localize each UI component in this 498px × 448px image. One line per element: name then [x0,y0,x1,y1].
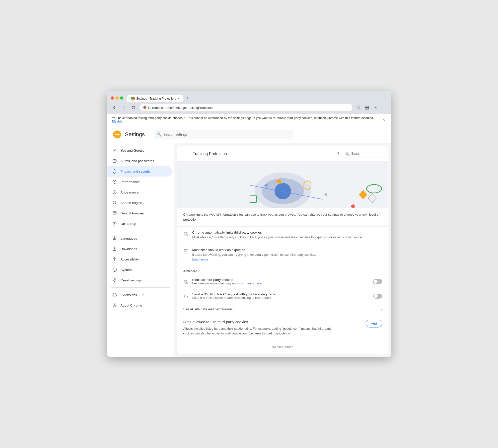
learn-more-link-1[interactable]: Learn more [192,258,208,261]
globe-icon [112,236,117,241]
svg-rect-3 [367,106,368,107]
eye-off-icon-1 [183,231,189,237]
sidebar-item-search-engine[interactable]: Search engine [107,197,172,208]
maximize-window-button[interactable] [120,96,123,100]
settings-logo [113,130,121,138]
close-window-button[interactable] [111,96,114,100]
feature-desc-auto-limit: Most sites can't use third-party cookies… [192,235,382,240]
sidebar-item-languages[interactable]: Languages [107,233,172,244]
panel-search-icon: 🔍 [345,152,350,156]
sidebar-item-autofill[interactable]: Autofill and passwords [107,156,172,166]
sidebar-item-about[interactable]: About Chrome [107,300,172,311]
see-all-label: See all site data and permissions [183,307,233,311]
settings-header: Settings 🔍 [107,126,391,143]
title-bar: Settings - Tracking Protectio... × + ˅ [107,91,391,102]
disable-link[interactable]: Disable [112,120,123,123]
reload-button[interactable] [130,104,137,111]
tab-title: Settings - Tracking Protectio... [136,97,176,100]
toggle-desc-block-all: Features on some sites may not work. Lea… [192,282,370,285]
address-bar[interactable]: Chrome chrome://settings/trackingProtect… [139,104,353,111]
feature-text-auto-limit: Chrome automatically limits third-party … [192,231,382,240]
banner-close-button[interactable]: × [382,118,386,122]
chrome-logo-icon [143,106,147,110]
panel-help-button[interactable]: ? [336,150,340,157]
sidebar-item-reset[interactable]: Reset settings [107,275,172,285]
new-tab-button[interactable]: + [184,94,191,102]
back-button[interactable] [111,104,118,111]
appearance-icon [112,190,117,195]
toggle-text-do-not-track: Send a "Do Not Track" request with your … [192,292,370,300]
sidebar-item-you-and-google[interactable]: You and Google [107,145,172,156]
sidebar-item-privacy[interactable]: Privacy and security [107,166,172,177]
settings-search-area: 🔍 [154,130,293,139]
default-browser-icon [112,211,117,216]
learn-more-link-2[interactable]: Learn more [246,282,262,285]
banner-text: You have enabled testing third-party coo… [112,116,380,123]
toggle-block-all[interactable] [373,279,382,284]
sidebar-item-system[interactable]: System [107,264,172,275]
panel-back-button[interactable]: ← [182,150,190,157]
person-icon [112,148,117,153]
sidebar-item-default-browser[interactable]: Default browser [107,208,172,218]
sidebar-item-appearance[interactable]: Appearance [107,187,172,197]
svg-marker-38 [359,190,367,199]
sidebar-label-appearance: Appearance [121,191,139,194]
url-text[interactable]: chrome://settings/trackingProtection [161,106,349,110]
more-options-button[interactable] [380,104,388,111]
sidebar-item-on-startup[interactable]: On startup [107,218,172,229]
feature-text-sites-work: Most sites should work as expected If a … [192,248,382,262]
browser-window: Settings - Tracking Protectio... × + ˅ C… [107,91,391,357]
reload-icon [131,106,135,110]
autofill-icon [112,158,117,163]
add-site-button[interactable]: Add [366,320,382,327]
sidebar-label-default-browser: Default browser [121,211,144,215]
panel-search-wrap: 🔍 [343,150,383,157]
settings-search-wrap: 🔍 [154,130,293,139]
minimize-window-button[interactable] [115,96,119,100]
extensions-button[interactable] [363,104,371,111]
nav-bar: Chrome chrome://settings/trackingProtect… [107,102,391,114]
main-content: ← Tracking Protection ? 🔍 [174,143,391,357]
tab-close-button[interactable]: × [178,97,180,101]
do-not-track-icon [183,294,189,299]
block-cookies-icon [183,279,189,285]
checkbox-icon [183,249,189,254]
shield-icon [112,169,117,174]
sidebar-item-performance[interactable]: Performance [107,177,172,187]
sidebar-label-on-startup: On startup [121,222,136,226]
title-bar-menu-button[interactable]: ˅ [383,94,388,101]
toggle-title-do-not-track: Send a "Do Not Track" request with your … [192,292,370,296]
svg-point-8 [383,107,384,108]
svg-rect-4 [365,108,367,109]
profile-icon [373,105,378,110]
svg-marker-40 [324,192,327,197]
bookmark-button[interactable] [355,104,362,111]
allowed-title: Sites allowed to use third-party cookies [183,320,333,324]
external-link-icon: ↗ [142,293,144,297]
bookmark-icon [356,105,361,110]
svg-rect-12 [113,159,116,162]
toggle-title-block-all: Block all third-party cookies [192,278,370,282]
accessibility-icon [112,257,117,262]
feature-auto-limit: Chrome automatically limits third-party … [177,227,388,244]
active-tab[interactable]: Settings - Tracking Protectio... × [127,95,183,102]
sidebar-item-accessibility[interactable]: Accessibility [107,254,172,264]
sidebar-label-downloads: Downloads [121,247,137,251]
info-banner: You have enabled testing third-party coo… [107,114,391,126]
see-all-site-data-row[interactable]: See all site data and permissions › [177,303,388,315]
profile-button[interactable] [372,104,379,111]
feature-title-sites-work: Most sites should work as expected [192,248,382,252]
tab-favicon-icon [131,97,135,101]
allowed-section: Sites allowed to use third-party cookies… [177,315,388,341]
puzzle-icon [112,292,117,297]
toggle-do-not-track[interactable] [373,294,382,299]
sidebar-item-downloads[interactable]: Downloads [107,244,172,254]
sidebar-item-extensions[interactable]: Extensions ↗ [107,290,172,300]
settings-body: You and Google Autofill and passwords Pr… [107,143,391,357]
forward-button[interactable] [120,104,128,111]
settings-page-title: Settings [125,131,145,138]
panel-header: ← Tracking Protection ? 🔍 [177,146,388,162]
svg-point-17 [114,192,115,193]
sidebar-label-performance: Performance [121,180,140,184]
settings-search-input[interactable] [154,130,293,139]
